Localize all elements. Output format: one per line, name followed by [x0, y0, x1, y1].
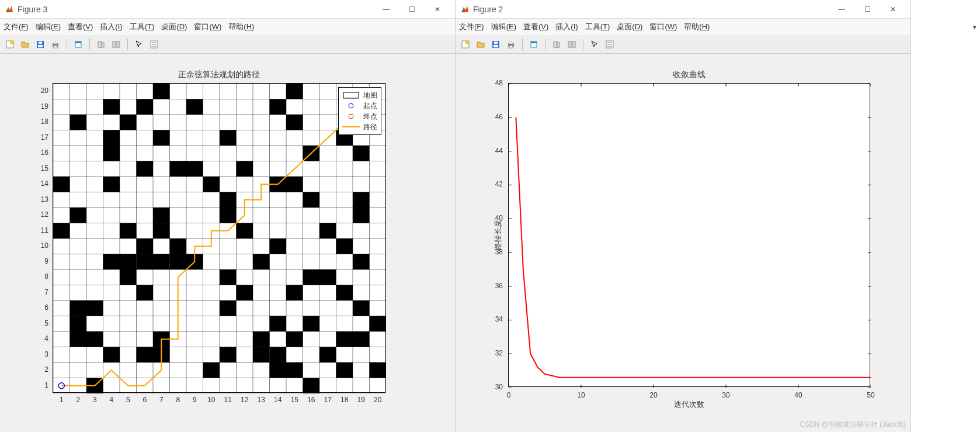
legend[interactable]: 地图 起点 终点 路径: [338, 87, 381, 135]
svg-rect-165: [572, 42, 575, 47]
svg-rect-12: [113, 42, 116, 47]
menu-view[interactable]: 查看(V): [523, 22, 548, 32]
svg-rect-61: [86, 331, 103, 347]
svg-rect-159: [509, 46, 513, 48]
menu-tools[interactable]: 工具(T): [585, 22, 610, 32]
svg-rect-70: [286, 331, 303, 347]
print-preview-icon[interactable]: [72, 38, 85, 51]
minimize-button[interactable]: —: [829, 1, 854, 18]
menu-edit[interactable]: 编辑(E): [491, 22, 516, 32]
menu-edit[interactable]: 编辑(E): [36, 22, 61, 32]
figure-window-2: Figure 2 — ☐ ✕ 文件(F) 编辑(E) 查看(V) 插入(I) 工…: [456, 0, 911, 432]
svg-rect-94: [270, 239, 287, 254]
svg-rect-95: [336, 239, 353, 254]
menu-window[interactable]: 窗口(W): [649, 22, 677, 32]
svg-rect-71: [336, 331, 353, 347]
maximize-button[interactable]: ☐: [854, 1, 880, 18]
axes-title-2: 收敛曲线: [509, 70, 870, 80]
menubar: 文件(F) 编辑(E) 查看(V) 插入(I) 工具(T) 桌面(D) 窗口(W…: [456, 19, 911, 35]
svg-rect-4: [39, 42, 42, 44]
axes-convergence: 收敛曲线 路径长度 迭代次数 30323436384042444648 0102…: [508, 83, 870, 387]
menu-overflow-icon[interactable]: ▾: [973, 23, 976, 31]
new-figure-icon[interactable]: [4, 38, 16, 51]
menu-tools[interactable]: 工具(T): [130, 22, 155, 32]
svg-rect-141: [336, 285, 353, 301]
svg-rect-137: [70, 300, 87, 316]
close-button[interactable]: ✕: [880, 1, 906, 18]
grid-map-chart: [53, 84, 386, 393]
menu-file[interactable]: 文件(F): [459, 22, 484, 32]
link-icon[interactable]: [110, 38, 123, 51]
cursor-icon[interactable]: [588, 38, 601, 51]
svg-rect-83: [319, 269, 336, 285]
svg-rect-11: [102, 43, 104, 47]
svg-rect-102: [153, 208, 170, 223]
menu-insert[interactable]: 插入(I): [100, 22, 122, 32]
svg-rect-101: [70, 208, 87, 223]
inspector-icon[interactable]: [148, 38, 161, 51]
legend-row-end: 终点: [342, 111, 377, 122]
zoom-1-icon[interactable]: [95, 38, 107, 51]
menu-insert[interactable]: 插入(I): [555, 22, 578, 32]
new-figure-icon[interactable]: [459, 38, 472, 51]
svg-rect-76: [220, 300, 237, 316]
svg-rect-82: [220, 269, 237, 285]
window-title: Figure 3: [18, 5, 373, 14]
menu-file[interactable]: 文件(F): [4, 22, 29, 32]
svg-rect-6: [54, 42, 57, 44]
svg-rect-136: [70, 331, 87, 347]
svg-rect-73: [270, 316, 287, 332]
menubar: 文件(F) 编辑(E) 查看(V) 插入(I) 工具(T) 桌面(D) 窗口(W…: [0, 19, 455, 35]
open-icon[interactable]: [19, 38, 32, 51]
svg-rect-115: [186, 161, 203, 177]
save-icon[interactable]: [34, 38, 47, 51]
legend-row-start: 起点: [342, 101, 377, 111]
link-icon[interactable]: [565, 38, 578, 51]
svg-rect-92: [137, 239, 154, 254]
svg-rect-13: [117, 42, 120, 47]
inspector-icon[interactable]: [603, 38, 616, 51]
svg-rect-122: [220, 130, 237, 146]
svg-point-1: [10, 41, 13, 44]
maximize-button[interactable]: ☐: [399, 1, 425, 18]
svg-rect-98: [153, 223, 170, 239]
menu-help[interactable]: 帮助(H): [684, 22, 710, 32]
svg-rect-88: [170, 254, 187, 270]
plot-area-1: 正余弦算法规划的路径 12345678910111213141516171819…: [0, 54, 455, 432]
menu-desktop[interactable]: 桌面(D): [617, 22, 642, 32]
svg-rect-91: [353, 254, 370, 270]
menu-view[interactable]: 查看(V): [68, 22, 93, 32]
print-icon[interactable]: [49, 38, 62, 51]
toolbar-separator: [67, 39, 67, 50]
print-preview-icon[interactable]: [527, 38, 540, 51]
cursor-icon[interactable]: [133, 38, 145, 51]
toolbar-separator: [545, 39, 545, 50]
print-icon[interactable]: [505, 38, 517, 51]
svg-rect-119: [353, 146, 370, 161]
svg-rect-127: [103, 99, 120, 115]
svg-rect-77: [353, 300, 370, 316]
plot-area-2: 收敛曲线 路径长度 迭代次数 30323436384042444648 0102…: [456, 54, 911, 432]
open-icon[interactable]: [474, 38, 487, 51]
svg-rect-79: [237, 285, 253, 301]
zoom-1-icon[interactable]: [550, 38, 563, 51]
svg-rect-114: [170, 161, 187, 177]
svg-rect-108: [53, 177, 70, 192]
svg-rect-97: [120, 223, 137, 239]
menu-desktop[interactable]: 桌面(D): [161, 22, 187, 32]
minimize-button[interactable]: —: [373, 1, 399, 18]
svg-rect-138: [253, 347, 270, 363]
svg-rect-3: [38, 45, 43, 47]
close-button[interactable]: ✕: [425, 1, 450, 18]
svg-rect-117: [103, 146, 120, 161]
save-icon[interactable]: [489, 38, 502, 51]
svg-rect-120: [103, 130, 120, 146]
svg-rect-161: [531, 42, 537, 43]
menu-window[interactable]: 窗口(W): [194, 22, 221, 32]
svg-rect-158: [509, 42, 513, 44]
menu-help[interactable]: 帮助(H): [228, 22, 254, 32]
svg-rect-87: [153, 254, 170, 270]
svg-rect-62: [203, 362, 220, 378]
svg-rect-64: [137, 347, 154, 363]
svg-rect-132: [286, 84, 303, 99]
